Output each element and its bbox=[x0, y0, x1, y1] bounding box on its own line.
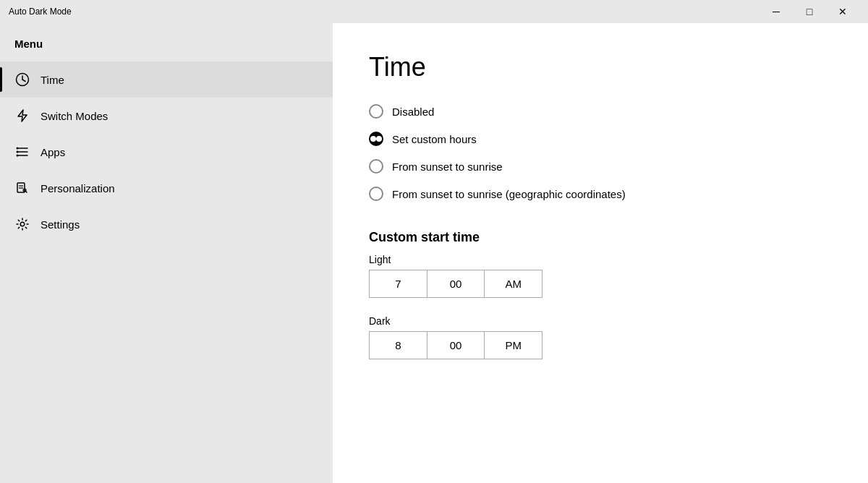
radio-label-disabled: Disabled bbox=[392, 106, 434, 118]
radio-sunset-sunrise-geo[interactable]: From sunset to sunrise (geographic coord… bbox=[369, 187, 832, 201]
title-bar: Auto Dark Mode ─ □ ✕ bbox=[0, 0, 868, 23]
radio-circle-custom-hours bbox=[369, 132, 383, 146]
light-minute-segment[interactable]: 00 bbox=[427, 270, 485, 297]
main-content: Time Disabled Set custom hours From suns… bbox=[333, 23, 868, 483]
sidebar-item-apps[interactable]: Apps bbox=[0, 134, 333, 170]
sidebar-item-label-switch-modes: Switch Modes bbox=[41, 110, 108, 122]
radio-circle-sunset-sunrise-geo bbox=[369, 187, 383, 201]
sidebar-item-label-settings: Settings bbox=[41, 218, 80, 231]
radio-label-sunset-sunrise: From sunset to sunrise bbox=[392, 161, 503, 173]
maximize-button[interactable]: □ bbox=[793, 0, 826, 23]
sidebar-menu-label: Menu bbox=[0, 38, 333, 61]
svg-line-2 bbox=[22, 80, 25, 82]
apps-icon bbox=[14, 144, 30, 160]
radio-sunset-sunrise[interactable]: From sunset to sunrise bbox=[369, 159, 832, 174]
custom-start-title: Custom start time bbox=[369, 230, 832, 245]
sidebar-item-label-time: Time bbox=[41, 74, 64, 86]
svg-point-7 bbox=[17, 151, 19, 153]
radio-label-custom-hours: Set custom hours bbox=[392, 133, 477, 145]
personalization-icon bbox=[14, 180, 30, 196]
sidebar-item-personalization[interactable]: Personalization bbox=[0, 170, 333, 206]
time-mode-radio-group: Disabled Set custom hours From sunset to… bbox=[369, 104, 832, 201]
dark-label: Dark bbox=[369, 315, 832, 327]
gear-icon bbox=[14, 216, 30, 232]
svg-point-6 bbox=[17, 148, 19, 150]
radio-label-sunset-sunrise-geo: From sunset to sunrise (geographic coord… bbox=[392, 188, 626, 200]
radio-circle-disabled bbox=[369, 104, 383, 119]
dark-period-segment[interactable]: PM bbox=[485, 332, 542, 359]
svg-point-8 bbox=[17, 155, 19, 157]
light-hour-segment[interactable]: 7 bbox=[370, 270, 427, 297]
app-title: Auto Dark Mode bbox=[9, 7, 72, 17]
light-label: Light bbox=[369, 254, 832, 265]
radio-disabled[interactable]: Disabled bbox=[369, 104, 832, 119]
minimize-button[interactable]: ─ bbox=[760, 0, 793, 23]
sidebar-item-switch-modes[interactable]: Switch Modes bbox=[0, 98, 333, 134]
radio-custom-hours[interactable]: Set custom hours bbox=[369, 132, 832, 146]
light-period-segment[interactable]: AM bbox=[485, 270, 542, 297]
sidebar-item-label-personalization: Personalization bbox=[41, 182, 115, 195]
sidebar-item-label-apps: Apps bbox=[41, 146, 65, 158]
lightning-icon bbox=[14, 108, 30, 124]
app-body: Menu Time Switch Modes bbox=[0, 23, 868, 483]
dark-time-picker: 8 00 PM bbox=[369, 331, 542, 359]
svg-point-13 bbox=[20, 222, 25, 226]
sidebar: Menu Time Switch Modes bbox=[0, 23, 333, 483]
radio-dot-custom-hours bbox=[370, 136, 376, 142]
dark-hour-segment[interactable]: 8 bbox=[370, 332, 427, 359]
close-button[interactable]: ✕ bbox=[826, 0, 859, 23]
window-controls: ─ □ ✕ bbox=[760, 0, 859, 23]
sidebar-item-time[interactable]: Time bbox=[0, 61, 333, 98]
sidebar-item-settings[interactable]: Settings bbox=[0, 206, 333, 242]
page-title: Time bbox=[369, 52, 832, 82]
clock-icon bbox=[14, 72, 30, 87]
custom-start-time-section: Custom start time Light 7 00 AM Dark 8 0… bbox=[369, 230, 832, 359]
radio-circle-sunset-sunrise bbox=[369, 159, 383, 174]
dark-minute-segment[interactable]: 00 bbox=[427, 332, 485, 359]
light-time-picker: 7 00 AM bbox=[369, 270, 542, 298]
